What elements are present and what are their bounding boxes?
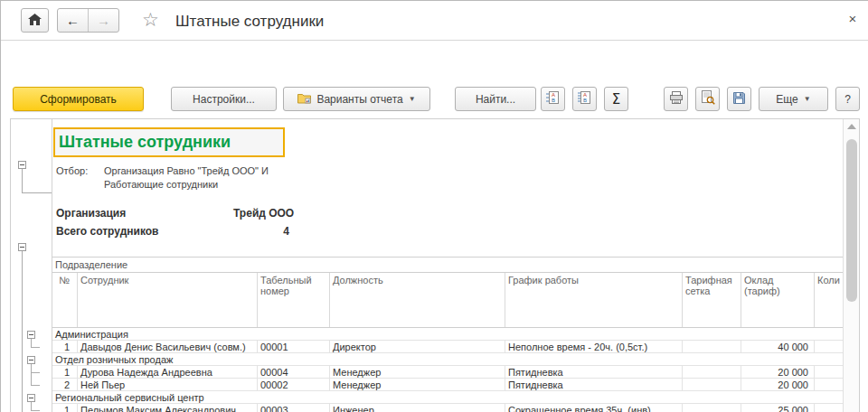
history-nav: ← → xyxy=(57,8,119,33)
preview-icon xyxy=(701,90,715,108)
scroll-up-icon[interactable] xyxy=(847,124,856,129)
report-title-cell[interactable]: Штатные сотрудники xyxy=(53,127,285,157)
table-cell-sch: Неполное время - 20ч. (0,5ст.) xyxy=(505,341,683,352)
group-row[interactable]: Региональный сервисный центр xyxy=(52,391,844,404)
group-row[interactable]: Администрация xyxy=(52,328,844,341)
table-cell-pos: Менеджер xyxy=(330,379,505,390)
collapse-groups-icon: AB xyxy=(546,90,561,108)
home-icon xyxy=(28,14,42,28)
group-collapse-icon[interactable] xyxy=(27,331,35,339)
vertical-scrollbar[interactable] xyxy=(843,119,859,412)
group-line xyxy=(22,251,23,412)
report-org-label: Организация xyxy=(56,207,126,220)
svg-text:B: B xyxy=(583,98,587,103)
report-org-value: Трейд ООО xyxy=(233,207,294,220)
table-cell-sch: Сокращенное время 35ч. (инв) xyxy=(505,404,683,412)
group-collapse-icon[interactable] xyxy=(18,243,26,251)
table-cell-sch: Пятидневка xyxy=(505,366,683,378)
more-label: Еще xyxy=(776,93,797,106)
page-title: Штатные сотрудники xyxy=(175,13,324,31)
table-cell-tab: 00003 xyxy=(258,404,330,412)
column-header-employee: Сотрудник xyxy=(78,273,258,327)
table-cell-num: 1 xyxy=(52,341,78,352)
home-button[interactable] xyxy=(21,8,49,33)
print-button[interactable] xyxy=(664,87,688,111)
total-employees-value: 4 xyxy=(233,225,289,238)
column-header-schedule: График работы xyxy=(505,273,683,327)
table-row[interactable]: 1Дурова Надежда Андреевна00004МенеджерПя… xyxy=(52,366,844,379)
column-header-quantity: Коли xyxy=(815,273,844,327)
save-icon xyxy=(732,91,746,108)
spreadsheet[interactable]: Штатные сотрудники Отбор: Организация Ра… xyxy=(52,119,844,412)
expand-groups-icon: AB xyxy=(578,90,592,108)
chevron-down-icon: ▼ xyxy=(804,95,811,103)
table-cell-qty xyxy=(815,366,844,378)
expand-groups-button[interactable]: AB xyxy=(572,87,597,111)
total-employees-label: Всего сотрудников xyxy=(56,225,158,238)
generate-button[interactable]: Сформировать xyxy=(13,87,144,111)
find-button[interactable]: Найти... xyxy=(455,87,536,111)
sum-button[interactable]: Σ xyxy=(604,87,628,111)
group-row[interactable]: Отдел розничных продаж xyxy=(52,353,844,366)
report-variants-button[interactable]: Варианты отчета ▼ xyxy=(283,87,430,111)
table-cell-grid xyxy=(683,341,741,352)
forward-button[interactable]: → xyxy=(88,9,118,32)
back-icon: ← xyxy=(66,13,80,28)
close-icon[interactable]: × xyxy=(844,11,861,26)
back-button[interactable]: ← xyxy=(58,9,88,32)
more-button[interactable]: Еще ▼ xyxy=(759,87,828,111)
table-cell-tab: 00004 xyxy=(258,366,330,378)
group-line xyxy=(31,385,40,386)
table-cell-tab: 00001 xyxy=(258,341,330,352)
column-header-salary: Оклад (тариф) xyxy=(741,273,815,327)
department-band: Подразделение xyxy=(52,257,844,273)
printer-icon xyxy=(669,91,684,107)
group-line xyxy=(31,372,40,373)
table-cell-emp: Пелымов Максим Александрович xyxy=(78,404,258,412)
table-cell-grid xyxy=(683,404,741,412)
table-cell-grid xyxy=(683,366,741,378)
forward-icon: → xyxy=(97,13,110,28)
table-cell-num: 1 xyxy=(52,366,78,378)
table-row[interactable]: 1Давыдов Денис Васильевич (совм.)00001Ди… xyxy=(52,341,844,353)
table-cell-sal: 25 000 xyxy=(741,404,815,412)
table-cell-sal: 20 000 xyxy=(741,379,815,390)
table-cell-num: 1 xyxy=(52,404,78,412)
group-collapse-icon[interactable] xyxy=(27,394,35,402)
table-cell-qty xyxy=(815,341,844,352)
group-line xyxy=(22,192,52,193)
scrollbar-thumb[interactable] xyxy=(846,139,857,302)
save-button[interactable] xyxy=(727,87,751,111)
table-row[interactable]: 1Пелымов Максим Александрович00003Инжене… xyxy=(52,404,844,412)
help-button[interactable]: ? xyxy=(835,87,860,111)
filter-value-line1: Организация Равно "Трейд ООО" И xyxy=(104,165,269,176)
favorite-star-icon[interactable]: ☆ xyxy=(142,9,159,31)
filter-label: Отбор: xyxy=(56,165,88,176)
column-header-position: Должность xyxy=(330,273,505,327)
column-header-tariff-grid: Тарифная сетка xyxy=(683,273,741,327)
table-cell-sch: Пятидневка xyxy=(505,379,683,390)
title-bar: ← → ☆ Штатные сотрудники × xyxy=(1,1,868,41)
group-collapse-icon[interactable] xyxy=(27,356,35,364)
settings-button[interactable]: Настройки... xyxy=(171,87,277,111)
preview-button[interactable] xyxy=(695,87,720,111)
table-cell-emp: Давыдов Денис Васильевич (совм.) xyxy=(78,341,258,352)
column-header-tabno: Табельный номер xyxy=(258,273,330,327)
table-cell-emp: Дурова Надежда Андреевна xyxy=(78,366,258,378)
table-cell-grid xyxy=(683,379,741,390)
table-cell-sal: 20 000 xyxy=(741,366,815,378)
report-area: Штатные сотрудники Отбор: Организация Ра… xyxy=(10,118,860,412)
report-toolbar: Сформировать Настройки... Варианты отчет… xyxy=(1,82,868,118)
table-row[interactable]: 2Ней Пьер00002МенеджерПятидневка20 000 xyxy=(52,379,844,391)
table-cell-emp: Ней Пьер xyxy=(78,379,258,390)
chevron-down-icon: ▼ xyxy=(409,95,416,103)
table-cell-qty xyxy=(815,404,844,412)
filter-bar: Дата: 01.01.2016 ▼ Организация: Трейд ОО… xyxy=(1,42,868,82)
collapse-groups-button[interactable]: AB xyxy=(541,87,565,111)
svg-text:B: B xyxy=(552,98,555,103)
table-header-row: № Сотрудник Табельный номер Должность Гр… xyxy=(52,273,844,328)
table-cell-pos: Менеджер xyxy=(330,366,505,378)
table-cell-num: 2 xyxy=(52,379,78,390)
group-collapse-icon[interactable] xyxy=(18,161,26,169)
column-header-num: № xyxy=(52,273,78,327)
